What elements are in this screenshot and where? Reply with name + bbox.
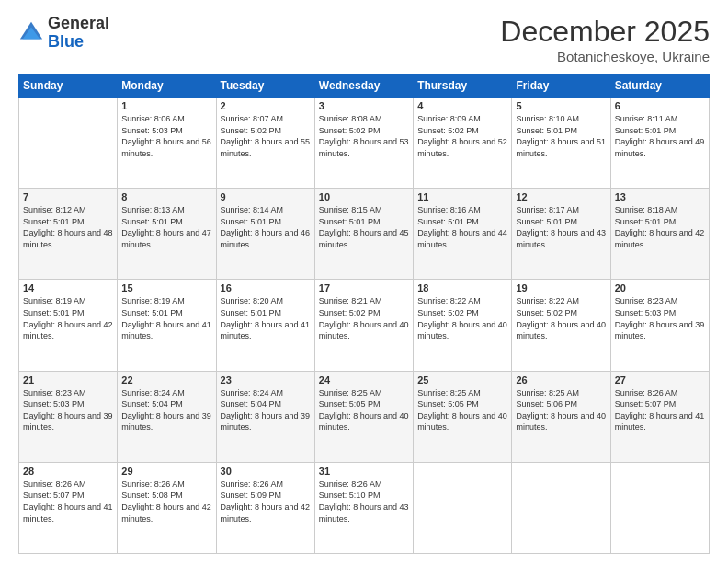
cell-info: Sunrise: 8:14 AMSunset: 5:01 PMDaylight:…: [221, 204, 311, 250]
table-cell: 22 Sunrise: 8:24 AMSunset: 5:04 PMDaylig…: [118, 371, 216, 462]
table-cell: 17 Sunrise: 8:21 AMSunset: 5:02 PMDaylig…: [314, 280, 413, 371]
day-number: 25: [417, 374, 507, 385]
day-number: 3: [319, 100, 409, 111]
day-number: 2: [221, 100, 311, 111]
week-row-4: 28 Sunrise: 8:26 AMSunset: 5:07 PMDaylig…: [19, 462, 710, 553]
col-wednesday: Wednesday: [314, 75, 413, 98]
day-number: 7: [23, 191, 113, 202]
table-cell: 27 Sunrise: 8:26 AMSunset: 5:07 PMDaylig…: [610, 371, 709, 462]
table-cell: 2 Sunrise: 8:07 AMSunset: 5:02 PMDayligh…: [216, 98, 314, 189]
cell-info: Sunrise: 8:22 AMSunset: 5:02 PMDaylight:…: [417, 295, 507, 341]
cell-info: Sunrise: 8:24 AMSunset: 5:04 PMDaylight:…: [121, 387, 211, 433]
day-number: 20: [615, 282, 705, 293]
table-cell: 5 Sunrise: 8:10 AMSunset: 5:01 PMDayligh…: [512, 98, 610, 189]
cell-info: Sunrise: 8:13 AMSunset: 5:01 PMDaylight:…: [121, 204, 211, 250]
col-sunday: Sunday: [19, 75, 118, 98]
cell-info: Sunrise: 8:25 AMSunset: 5:05 PMDaylight:…: [417, 387, 507, 433]
cell-info: Sunrise: 8:22 AMSunset: 5:02 PMDaylight:…: [516, 295, 606, 341]
logo-blue-text: Blue: [48, 32, 84, 51]
day-number: 18: [417, 282, 507, 293]
table-cell: 18 Sunrise: 8:22 AMSunset: 5:02 PMDaylig…: [414, 280, 512, 371]
col-monday: Monday: [118, 75, 216, 98]
day-number: 11: [417, 191, 507, 202]
table-cell: [512, 462, 610, 553]
table-cell: 21 Sunrise: 8:23 AMSunset: 5:03 PMDaylig…: [19, 371, 118, 462]
cell-info: Sunrise: 8:07 AMSunset: 5:02 PMDaylight:…: [221, 113, 311, 159]
cell-info: Sunrise: 8:11 AMSunset: 5:01 PMDaylight:…: [615, 113, 705, 159]
cell-info: Sunrise: 8:06 AMSunset: 5:03 PMDaylight:…: [121, 113, 211, 159]
cell-info: Sunrise: 8:12 AMSunset: 5:01 PMDaylight:…: [23, 204, 113, 250]
table-cell: 8 Sunrise: 8:13 AMSunset: 5:01 PMDayligh…: [118, 189, 216, 280]
day-number: 17: [319, 282, 409, 293]
day-number: 9: [221, 191, 311, 202]
day-number: 10: [319, 191, 409, 202]
day-number: 29: [121, 465, 211, 477]
cell-info: Sunrise: 8:08 AMSunset: 5:02 PMDaylight:…: [319, 113, 409, 159]
table-cell: 4 Sunrise: 8:09 AMSunset: 5:02 PMDayligh…: [414, 98, 512, 189]
cell-info: Sunrise: 8:23 AMSunset: 5:03 PMDaylight:…: [615, 295, 705, 341]
table-cell: 29 Sunrise: 8:26 AMSunset: 5:08 PMDaylig…: [118, 462, 216, 553]
logo: General Blue: [18, 15, 109, 52]
day-number: 27: [615, 374, 705, 385]
day-number: 4: [417, 100, 507, 111]
table-cell: 12 Sunrise: 8:17 AMSunset: 5:01 PMDaylig…: [512, 189, 610, 280]
cell-info: Sunrise: 8:26 AMSunset: 5:07 PMDaylight:…: [615, 387, 705, 433]
logo-general-text: General: [48, 14, 109, 32]
table-cell: [610, 462, 709, 553]
cell-info: Sunrise: 8:26 AMSunset: 5:09 PMDaylight:…: [221, 478, 311, 524]
cell-info: Sunrise: 8:19 AMSunset: 5:01 PMDaylight:…: [121, 295, 211, 341]
calendar-header-row: Sunday Monday Tuesday Wednesday Thursday…: [19, 75, 710, 98]
table-cell: 28 Sunrise: 8:26 AMSunset: 5:07 PMDaylig…: [19, 462, 118, 553]
cell-info: Sunrise: 8:26 AMSunset: 5:10 PMDaylight:…: [319, 478, 409, 524]
day-number: 14: [23, 282, 113, 293]
day-number: 22: [121, 374, 211, 385]
cell-info: Sunrise: 8:19 AMSunset: 5:01 PMDaylight:…: [23, 295, 113, 341]
header: General Blue December 2025 Botanicheskoy…: [18, 15, 710, 64]
day-number: 19: [516, 282, 606, 293]
day-number: 5: [516, 100, 606, 111]
page: General Blue December 2025 Botanicheskoy…: [0, 0, 728, 563]
col-tuesday: Tuesday: [216, 75, 314, 98]
day-number: 26: [516, 374, 606, 385]
table-cell: 31 Sunrise: 8:26 AMSunset: 5:10 PMDaylig…: [314, 462, 413, 553]
table-cell: 10 Sunrise: 8:15 AMSunset: 5:01 PMDaylig…: [314, 189, 413, 280]
table-cell: [19, 98, 118, 189]
month-title: December 2025: [500, 15, 710, 49]
cell-info: Sunrise: 8:09 AMSunset: 5:02 PMDaylight:…: [417, 113, 507, 159]
table-cell: 3 Sunrise: 8:08 AMSunset: 5:02 PMDayligh…: [314, 98, 413, 189]
day-number: 15: [121, 282, 211, 293]
day-number: 24: [319, 374, 409, 385]
cell-info: Sunrise: 8:24 AMSunset: 5:04 PMDaylight:…: [221, 387, 311, 433]
cell-info: Sunrise: 8:26 AMSunset: 5:08 PMDaylight:…: [121, 478, 211, 524]
table-cell: 14 Sunrise: 8:19 AMSunset: 5:01 PMDaylig…: [19, 280, 118, 371]
day-number: 31: [319, 465, 409, 477]
day-number: 23: [221, 374, 311, 385]
table-cell: 16 Sunrise: 8:20 AMSunset: 5:01 PMDaylig…: [216, 280, 314, 371]
week-row-3: 21 Sunrise: 8:23 AMSunset: 5:03 PMDaylig…: [19, 371, 710, 462]
table-cell: 19 Sunrise: 8:22 AMSunset: 5:02 PMDaylig…: [512, 280, 610, 371]
day-number: 28: [23, 465, 113, 477]
table-cell: 30 Sunrise: 8:26 AMSunset: 5:09 PMDaylig…: [216, 462, 314, 553]
table-cell: [414, 462, 512, 553]
col-thursday: Thursday: [414, 75, 512, 98]
col-friday: Friday: [512, 75, 610, 98]
table-cell: 23 Sunrise: 8:24 AMSunset: 5:04 PMDaylig…: [216, 371, 314, 462]
cell-info: Sunrise: 8:15 AMSunset: 5:01 PMDaylight:…: [319, 204, 409, 250]
day-number: 30: [221, 465, 311, 477]
cell-info: Sunrise: 8:25 AMSunset: 5:05 PMDaylight:…: [319, 387, 409, 433]
table-cell: 1 Sunrise: 8:06 AMSunset: 5:03 PMDayligh…: [118, 98, 216, 189]
logo-icon: [18, 20, 44, 46]
calendar-table: Sunday Monday Tuesday Wednesday Thursday…: [18, 74, 710, 554]
cell-info: Sunrise: 8:26 AMSunset: 5:07 PMDaylight:…: [23, 478, 113, 524]
day-number: 13: [615, 191, 705, 202]
location: Botanicheskoye, Ukraine: [500, 49, 710, 64]
cell-info: Sunrise: 8:17 AMSunset: 5:01 PMDaylight:…: [516, 204, 606, 250]
table-cell: 11 Sunrise: 8:16 AMSunset: 5:01 PMDaylig…: [414, 189, 512, 280]
week-row-1: 7 Sunrise: 8:12 AMSunset: 5:01 PMDayligh…: [19, 189, 710, 280]
day-number: 21: [23, 374, 113, 385]
table-cell: 9 Sunrise: 8:14 AMSunset: 5:01 PMDayligh…: [216, 189, 314, 280]
table-cell: 13 Sunrise: 8:18 AMSunset: 5:01 PMDaylig…: [610, 189, 709, 280]
col-saturday: Saturday: [610, 75, 709, 98]
day-number: 6: [615, 100, 705, 111]
cell-info: Sunrise: 8:18 AMSunset: 5:01 PMDaylight:…: [615, 204, 705, 250]
